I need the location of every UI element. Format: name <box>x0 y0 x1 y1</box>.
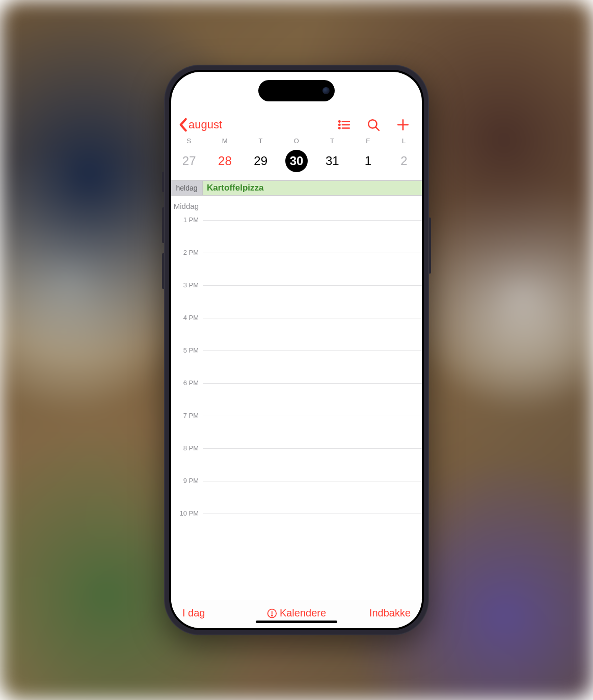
hour-line <box>203 351 422 351</box>
list-view-button[interactable] <box>337 118 351 131</box>
hour-label: 9 PM <box>171 477 203 484</box>
hour-line <box>203 481 422 481</box>
hour-label: 2 PM <box>171 249 203 256</box>
day-col-6[interactable]: L 2 <box>386 137 422 172</box>
hour-row: 10 PM <box>171 514 422 546</box>
day-number: 27 <box>178 150 200 172</box>
hour-line <box>203 448 422 449</box>
day-col-1[interactable]: M 28 <box>207 137 242 172</box>
svg-point-4 <box>339 127 340 129</box>
hour-line <box>203 285 422 286</box>
today-button[interactable]: I dag <box>182 607 205 619</box>
day-timeline[interactable]: Middag 1 PM 2 PM 3 PM 4 PM <box>171 196 422 600</box>
day-col-0[interactable]: S 27 <box>171 137 207 172</box>
day-number: 29 <box>250 150 272 172</box>
calendars-button[interactable]: Kalendere <box>267 607 326 619</box>
hour-label: 6 PM <box>171 379 203 387</box>
hour-line <box>203 220 422 221</box>
back-label: august <box>188 118 222 131</box>
hour-row: 3 PM <box>171 285 422 318</box>
hour-row: 2 PM <box>171 253 422 285</box>
day-number: 2 <box>393 150 415 172</box>
hour-label: 1 PM <box>171 216 203 224</box>
hour-line <box>203 514 422 514</box>
inbox-label: Indbakke <box>369 607 411 619</box>
list-icon <box>337 118 351 131</box>
day-col-3[interactable]: O 30 <box>279 137 314 172</box>
search-button[interactable] <box>367 118 380 131</box>
day-col-2[interactable]: T 29 <box>243 137 279 172</box>
weekday-label: T <box>330 137 334 145</box>
volume-down-button <box>162 253 164 289</box>
day-number: 28 <box>213 150 236 172</box>
hour-row: 1 PM <box>171 220 422 253</box>
power-button <box>429 218 431 274</box>
alert-circle-icon <box>267 608 277 618</box>
weekday-label: O <box>294 137 300 145</box>
hour-label: 4 PM <box>171 314 203 321</box>
search-icon <box>367 118 380 131</box>
today-label: I dag <box>182 607 205 619</box>
svg-point-2 <box>339 124 340 126</box>
weekday-label: S <box>187 137 192 145</box>
mute-switch <box>162 172 164 192</box>
bottom-toolbar: I dag Kalendere Indbakke <box>171 600 422 628</box>
day-col-4[interactable]: T 31 <box>314 137 350 172</box>
home-indicator[interactable] <box>256 621 337 623</box>
calendars-label: Kalendere <box>280 607 326 619</box>
dynamic-island <box>258 80 335 101</box>
weekday-label: L <box>402 137 406 145</box>
svg-point-12 <box>272 615 273 616</box>
allday-label: heldag <box>171 181 203 195</box>
hour-label: 5 PM <box>171 346 203 354</box>
back-button[interactable]: august <box>178 118 222 132</box>
hour-row: 9 PM <box>171 481 422 514</box>
hour-row: 5 PM <box>171 351 422 383</box>
hour-line <box>203 253 422 253</box>
day-number: 1 <box>357 150 380 172</box>
phone-screen: august <box>171 72 422 628</box>
hour-label: 8 PM <box>171 444 203 452</box>
hour-label: 10 PM <box>171 509 203 517</box>
chevron-left-icon <box>178 118 187 132</box>
day-number: 31 <box>321 150 343 172</box>
svg-point-0 <box>339 121 340 122</box>
weekday-label: M <box>222 137 228 145</box>
hour-line <box>203 416 422 416</box>
plus-icon <box>396 118 410 131</box>
svg-line-7 <box>376 127 379 130</box>
hour-line <box>203 383 422 384</box>
hour-label: 7 PM <box>171 412 203 419</box>
inbox-button[interactable]: Indbakke <box>369 607 411 619</box>
hour-row: 8 PM <box>171 448 422 481</box>
weekday-label: F <box>366 137 370 145</box>
week-selector: S 27 M 28 T 29 O 30 T 31 <box>171 137 422 180</box>
day-col-5[interactable]: F 1 <box>350 137 386 172</box>
hour-label: 3 PM <box>171 281 203 289</box>
hour-label: Middag <box>171 202 203 210</box>
allday-row: heldag Kartoffelpizza <box>171 180 422 196</box>
volume-up-button <box>162 207 164 243</box>
phone-frame: august <box>164 65 429 635</box>
weekday-label: T <box>258 137 262 145</box>
add-event-button[interactable] <box>396 118 410 131</box>
allday-event[interactable]: Kartoffelpizza <box>203 181 422 195</box>
day-number-selected: 30 <box>285 150 308 172</box>
hour-row: 4 PM <box>171 318 422 351</box>
hour-row: Middag <box>171 196 422 220</box>
hour-row: 7 PM <box>171 416 422 448</box>
hour-line <box>203 318 422 318</box>
allday-event-title: Kartoffelpizza <box>207 183 263 193</box>
hour-row: 6 PM <box>171 383 422 416</box>
